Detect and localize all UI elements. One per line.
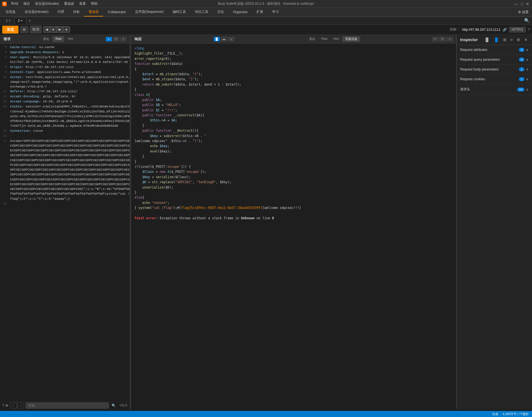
response-panel: 响应 ▐▌ ▬ ≡ 美化 Raw Hex 页面渲染 ≡ \n ≡ <?php h…: [131, 35, 456, 409]
inspector-align-icon[interactable]: ⊞: [502, 37, 508, 43]
prev-dropdown-button[interactable]: ▼: [50, 27, 57, 32]
request-tab-raw[interactable]: Raw: [53, 36, 64, 42]
inspector-cookies-chevron: ∨: [526, 77, 529, 81]
next-match-button[interactable]: →: [17, 403, 24, 408]
help-icon[interactable]: ?: [528, 28, 530, 32]
next-request-button[interactable]: ▶: [57, 27, 63, 32]
inspector-section-attributes-header[interactable]: Request attributes 2 ∨: [457, 45, 532, 55]
response-split-view-icon[interactable]: ▐▌: [214, 37, 220, 41]
nav-tab-proxy[interactable]: 代理: [53, 8, 69, 17]
settings-icon-button[interactable]: ⚙: [20, 26, 28, 33]
response-stacked-view-icon[interactable]: ▬: [221, 37, 227, 41]
target-url: http://47.98.247.113:1111: [462, 28, 500, 32]
inspector-section-body: Request body parameters 1 ∧: [457, 65, 532, 74]
nav-tab-comparer[interactable]: 对比工具: [190, 8, 213, 17]
inspector-section-cookies-header[interactable]: Request cookies 1 ∨: [457, 74, 532, 84]
nav-tab-logger[interactable]: 日志: [213, 8, 229, 17]
response-menu-icon[interactable]: ≡: [228, 37, 234, 41]
search-icon[interactable]: 🔍: [524, 18, 530, 23]
inspector-query-chevron: ∨: [526, 58, 529, 62]
response-overflow-icon[interactable]: ≡: [447, 37, 453, 41]
menu-help[interactable]: 帮助: [89, 1, 100, 7]
inspector-attributes-chevron: ∨: [526, 48, 529, 52]
response-tab-hex[interactable]: Hex: [331, 36, 342, 42]
nav-tab-sequencer[interactable]: 定序器(Sequencer): [131, 8, 168, 17]
response-view-toggle: ▐▌ ▬ ≡: [214, 37, 234, 41]
inspector-sort-icon[interactable]: ≡: [509, 37, 514, 43]
main-content: 请求 美化 Raw Hex ≡ \n ≡ 5 Cache-Control: no…: [0, 35, 532, 409]
settings-bottom-icon[interactable]: ⚙: [5, 404, 8, 407]
code-line-16: 16: [0, 133, 130, 138]
nav-tab-extensions[interactable]: 扩展: [252, 8, 268, 17]
nav-tabs: 仪表盘 攻击器(Intruder) 代理 目标 重放器 Collaborator…: [0, 8, 532, 17]
minimize-button[interactable]: —: [514, 2, 519, 6]
request-tab-hex[interactable]: Hex: [65, 36, 76, 42]
request-search-bar: ? ⚙ ← → 🔍 0高亮: [0, 401, 130, 409]
request-code-area[interactable]: 5 Cache-Control: no-cache 6 Upgrade-Inse…: [0, 44, 130, 401]
response-tab-raw[interactable]: Raw: [319, 36, 330, 42]
send-button[interactable]: 发送: [2, 26, 18, 34]
search-left-icon[interactable]: ?: [2, 404, 4, 407]
menu-project[interactable]: 项目: [21, 1, 32, 7]
cancel-button[interactable]: 取消: [30, 26, 42, 33]
nav-tab-dashboard[interactable]: 仪表盘: [1, 8, 20, 17]
add-tab-button[interactable]: +: [26, 17, 33, 24]
menu-repeater[interactable]: 重放器: [62, 1, 76, 7]
inspector-section-headers: 请求头 14 ∨: [457, 84, 532, 95]
response-wrap-icon[interactable]: ≡: [432, 37, 438, 41]
inspector-settings-icon[interactable]: ⚙: [515, 37, 521, 43]
request-newline-icon[interactable]: \n: [113, 37, 119, 41]
request-menu-icon[interactable]: ≡: [120, 37, 126, 41]
menu-view[interactable]: 查看: [77, 1, 88, 7]
inspector-section-attributes: Request attributes 2 ∨: [457, 45, 532, 55]
prev-request-button[interactable]: ◀: [44, 27, 50, 32]
next-dropdown-button[interactable]: ▼: [63, 27, 70, 32]
prev-match-button[interactable]: ←: [10, 403, 17, 408]
search-result: 0高亮: [120, 403, 128, 407]
link-icon[interactable]: 🔗: [503, 28, 507, 32]
inspector-section-headers-header[interactable]: 请求头 14 ∨: [457, 84, 532, 95]
code-line-8: 8 Origin: http://47.98.247.113:1111: [0, 65, 130, 70]
nav-tab-intruder[interactable]: 攻击器(Intruder): [20, 8, 53, 17]
response-tab-render[interactable]: 页面渲染: [342, 36, 360, 42]
settings-button[interactable]: ⚙ 设置: [516, 8, 531, 17]
response-panel-title: 响应: [135, 37, 142, 42]
menu-burp[interactable]: Burp: [9, 1, 20, 7]
http-version-selector[interactable]: HTTP/1: [509, 27, 526, 32]
search-input[interactable]: [26, 402, 109, 409]
inspector-toggle-1[interactable]: ▐▌: [483, 37, 491, 43]
nav-tab-repeater[interactable]: 重放器: [84, 8, 103, 17]
window-title: Burp Suite专业版 v2023.10.2.4 - 临时项目 - lice…: [218, 1, 314, 6]
nav-tab-organizer[interactable]: Organizer: [229, 8, 252, 17]
repeater-tab-2[interactable]: 2 ×: [14, 17, 26, 24]
code-line-6: 6 Upgrade-Insecure-Requests: 1: [0, 50, 130, 55]
code-line-11: 11 Referer: http://47.98.247.113:1111/: [0, 89, 130, 94]
response-tab-pretty[interactable]: 美化: [306, 36, 318, 42]
title-bar: B Burp 项目 攻击器(Intruder) 重放器 查看 帮助 Burp S…: [0, 0, 532, 8]
request-panel: 请求 美化 Raw Hex ≡ \n ≡ 5 Cache-Control: no…: [0, 35, 130, 409]
request-tab-pretty[interactable]: 美化: [40, 36, 52, 42]
inspector-section-query-header[interactable]: Request query parameters 0 ∨: [457, 55, 532, 64]
code-line-14: 14 Cookie: session=.eJwljs1qAzEMhF_F6ByK…: [0, 104, 130, 128]
code-line-9: 9 Content-Type: application/x-www-form-u…: [0, 70, 130, 75]
nav-tab-collaborator[interactable]: Collaborator: [103, 8, 130, 17]
response-newline-icon[interactable]: \n: [439, 37, 446, 41]
nav-tab-target[interactable]: 目标: [69, 8, 84, 17]
nav-tab-learn[interactable]: 学习: [268, 8, 283, 17]
menu-intruder[interactable]: 攻击器(Intruder): [33, 1, 61, 7]
code-line-18: 18: [0, 201, 130, 206]
repeater-tab-1[interactable]: 1 ×: [2, 17, 14, 24]
search-button[interactable]: 🔍: [110, 403, 117, 408]
close-button[interactable]: ✕: [525, 2, 530, 6]
request-tab-icons: ≡ \n ≡: [106, 37, 126, 41]
maximize-button[interactable]: □: [520, 2, 524, 6]
request-wrap-icon[interactable]: ≡: [106, 37, 112, 41]
nav-tab-decoder[interactable]: 编码工具: [168, 8, 190, 17]
code-line-17: 17 escape=SDPCSECSDPCSECSDPCSECSDPCSECSD…: [0, 138, 130, 201]
inspector-toggle-2[interactable]: ▐▌: [493, 37, 500, 43]
request-tabs: 美化 Raw Hex: [40, 36, 76, 42]
inspector-body-count: 1: [519, 67, 524, 71]
inspector-section-body-title: Request body parameters: [460, 67, 499, 71]
inspector-close-icon[interactable]: ✕: [523, 37, 529, 43]
inspector-section-body-header[interactable]: Request body parameters 1 ∧: [457, 65, 532, 74]
